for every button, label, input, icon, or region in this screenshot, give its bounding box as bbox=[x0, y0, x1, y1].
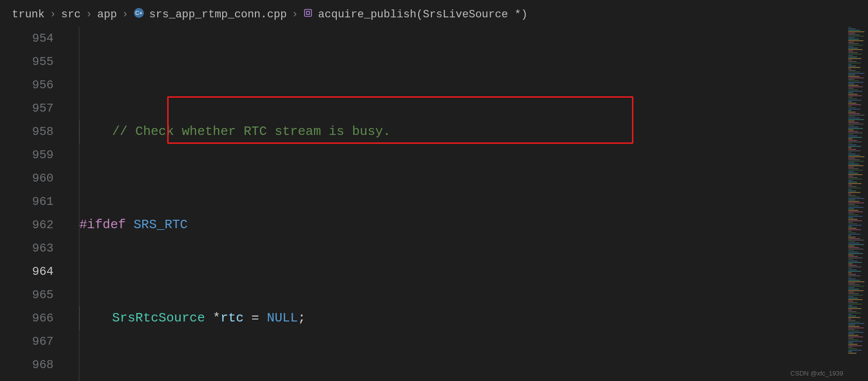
code-line[interactable]: #ifdef SRS_RTC bbox=[79, 213, 868, 237]
fold-column[interactable] bbox=[64, 27, 79, 381]
breadcrumb-item[interactable]: app bbox=[97, 8, 117, 21]
editor[interactable]: 9549559569579589599609619629639649659669… bbox=[0, 27, 868, 381]
breadcrumb-item[interactable]: src bbox=[61, 8, 81, 21]
breadcrumb[interactable]: trunk › src › app › C+ srs_app_rtmp_conn… bbox=[0, 4, 868, 27]
line-number: 968 bbox=[0, 353, 54, 377]
line-number: 957 bbox=[0, 97, 54, 120]
line-number: 959 bbox=[0, 143, 54, 167]
code-area[interactable]: // Check whether RTC stream is busy. #if… bbox=[79, 27, 868, 381]
cpp-file-icon: C+ bbox=[133, 7, 144, 22]
breadcrumb-separator: › bbox=[122, 8, 128, 21]
line-number: 956 bbox=[0, 73, 54, 97]
breadcrumb-symbol[interactable]: acquire_publish(SrsLiveSource *) bbox=[318, 8, 527, 21]
line-number: 958 bbox=[0, 120, 54, 143]
code-line[interactable]: // Check whether RTC stream is busy. bbox=[79, 120, 868, 143]
breadcrumb-separator: › bbox=[292, 8, 298, 21]
line-number: 961 bbox=[0, 190, 54, 213]
code-line[interactable]: SrsRtcSource *rtc = NULL; bbox=[79, 307, 868, 330]
watermark: CSDN @xfc_1939 bbox=[791, 370, 843, 377]
line-number: 966 bbox=[0, 307, 54, 330]
line-number-gutter: 9549559569579589599609619629639649659669… bbox=[0, 27, 64, 381]
svg-text:C+: C+ bbox=[135, 10, 142, 16]
symbol-method-icon bbox=[303, 8, 313, 21]
minimap[interactable] bbox=[847, 27, 868, 374]
svg-rect-2 bbox=[305, 9, 311, 16]
line-number: 963 bbox=[0, 237, 54, 260]
line-number: 955 bbox=[0, 50, 54, 73]
svg-rect-3 bbox=[307, 11, 310, 14]
tab-strip bbox=[0, 0, 868, 4]
line-number: 965 bbox=[0, 283, 54, 307]
line-number: 962 bbox=[0, 213, 54, 237]
breadcrumb-separator: › bbox=[86, 8, 92, 21]
breadcrumb-item[interactable]: trunk bbox=[12, 8, 45, 21]
line-number: 964 bbox=[0, 260, 54, 283]
line-number: 954 bbox=[0, 27, 54, 50]
breadcrumb-file[interactable]: srs_app_rtmp_conn.cpp bbox=[149, 8, 287, 21]
line-number: 967 bbox=[0, 330, 54, 353]
breadcrumb-separator: › bbox=[50, 8, 56, 21]
line-number: 960 bbox=[0, 167, 54, 190]
